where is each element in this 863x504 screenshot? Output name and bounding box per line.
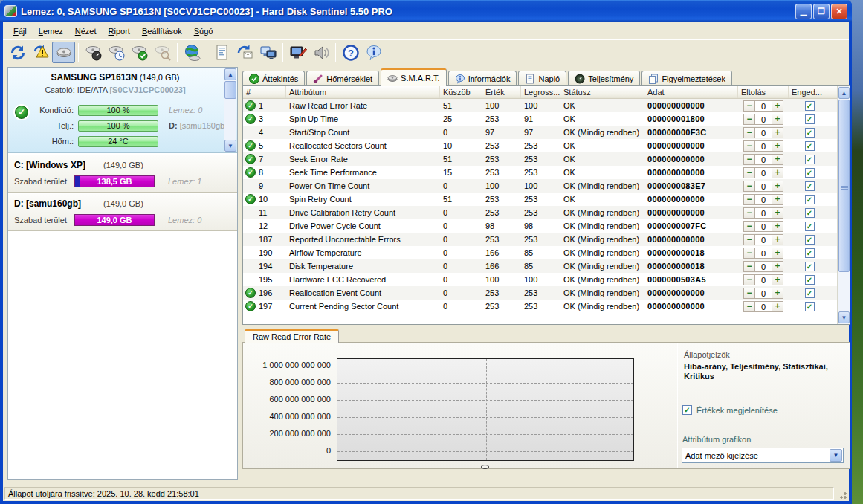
partition-d-panel[interactable]: D: [samu160gb] (149,0 GB) Szabad terület…	[8, 194, 237, 231]
offset-plus-button[interactable]: +	[772, 221, 783, 232]
table-row[interactable]: ✓7 Seek Error Rate 51 253 253 OK 0000000…	[243, 152, 837, 166]
col-value[interactable]: Érték	[482, 86, 521, 98]
enabled-checkbox[interactable]: ✓	[805, 155, 815, 164]
offset-plus-button[interactable]: +	[772, 261, 783, 272]
offset-plus-button[interactable]: +	[772, 274, 783, 285]
menu-disk[interactable]: Lemez	[33, 25, 69, 38]
show-values-checkbox[interactable]: ✓	[682, 405, 692, 415]
col-status[interactable]: Státusz	[560, 86, 644, 98]
disk-clock-icon[interactable]	[105, 42, 128, 63]
close-button[interactable]: ✕	[831, 4, 847, 19]
offset-plus-button[interactable]: +	[772, 234, 783, 245]
scroll-down-icon[interactable]: ▼	[838, 311, 850, 323]
disk-search-icon[interactable]	[151, 42, 174, 63]
enabled-checkbox[interactable]: ✓	[805, 248, 815, 258]
enabled-checkbox[interactable]: ✓	[805, 128, 815, 138]
send-report-icon[interactable]	[233, 42, 256, 63]
chart-tab[interactable]: Raw Read Error Rate	[245, 329, 339, 343]
col-worst[interactable]: Legross...	[521, 86, 560, 98]
disk-gauge-icon[interactable]	[82, 42, 105, 63]
menu-file[interactable]: Fájl	[7, 25, 33, 38]
offset-minus-button[interactable]: −	[743, 207, 755, 219]
table-row[interactable]: ✓5 Reallocated Sectors Count 10 253 253 …	[243, 139, 837, 152]
menu-settings[interactable]: Beállítások	[136, 25, 188, 38]
menu-report[interactable]: Riport	[103, 25, 136, 38]
scroll-thumb[interactable]	[838, 100, 850, 272]
enabled-checkbox[interactable]: ✓	[805, 181, 815, 191]
table-row[interactable]: ✓8 Seek Time Performance 15 253 253 OK 0…	[243, 166, 837, 179]
offset-minus-button[interactable]: −	[743, 248, 755, 259]
enabled-checkbox[interactable]: ✓	[805, 288, 815, 298]
scroll-up-icon[interactable]: ▲	[224, 68, 236, 80]
enabled-checkbox[interactable]: ✓	[805, 208, 815, 218]
col-data[interactable]: Adat	[644, 86, 738, 98]
enabled-checkbox[interactable]: ✓	[805, 168, 815, 178]
offset-plus-button[interactable]: +	[772, 194, 783, 205]
offset-minus-button[interactable]: −	[743, 274, 755, 285]
offset-minus-button[interactable]: −	[743, 140, 755, 152]
offset-plus-button[interactable]: +	[772, 140, 783, 152]
resize-grip[interactable]	[837, 489, 847, 500]
scroll-down-icon[interactable]: ▼	[224, 140, 236, 152]
table-row[interactable]: ✓195 Hardware ECC Recovered 0 100 100 OK…	[243, 273, 837, 286]
offset-minus-button[interactable]: −	[743, 114, 755, 125]
offset-plus-button[interactable]: +	[772, 154, 783, 165]
offset-plus-button[interactable]: +	[772, 114, 783, 125]
table-row[interactable]: ✓187 Reported Uncorrectable Errors 0 253…	[243, 233, 837, 246]
enabled-checkbox[interactable]: ✓	[805, 262, 815, 271]
offset-minus-button[interactable]: −	[743, 261, 755, 272]
graph-mode-select[interactable]: Adat mező kijelzése ▼	[682, 448, 844, 463]
offset-plus-button[interactable]: +	[772, 288, 783, 299]
enabled-checkbox[interactable]: ✓	[805, 302, 815, 311]
partition-c-panel[interactable]: C: [Windows XP] (149,0 GB) Szabad terüle…	[8, 155, 237, 193]
table-row[interactable]: ✓194 Disk Temperature 0 166 85 OK (Mindi…	[243, 259, 837, 273]
menu-view[interactable]: Nézet	[69, 25, 103, 38]
offset-minus-button[interactable]: −	[743, 234, 755, 245]
table-row[interactable]: ✓11 Drive Calibration Retry Count 0 253 …	[243, 206, 837, 219]
offset-minus-button[interactable]: −	[743, 127, 755, 138]
title-bar[interactable]: Lemez: 0, SAMSUNG SP1613N [S0CVJ1CPC0002…	[0, 0, 852, 22]
tab-warnings[interactable]: Figyelmeztetések	[641, 71, 732, 86]
offset-minus-button[interactable]: −	[743, 301, 755, 312]
table-row[interactable]: ✓1 Raw Read Error Rate 51 100 100 OK 000…	[243, 99, 837, 112]
offset-plus-button[interactable]: +	[772, 248, 783, 259]
enabled-checkbox[interactable]: ✓	[805, 114, 815, 124]
menu-help[interactable]: Súgó	[188, 25, 219, 38]
tab-smart[interactable]: S.M.A.R.T.	[381, 68, 447, 86]
offset-minus-button[interactable]: −	[743, 167, 755, 178]
enabled-checkbox[interactable]: ✓	[805, 222, 815, 231]
offset-minus-button[interactable]: −	[743, 154, 755, 165]
refresh-icon[interactable]	[6, 42, 29, 63]
col-attribute[interactable]: Attribútum	[286, 86, 440, 98]
enabled-checkbox[interactable]: ✓	[805, 141, 815, 151]
surface-alert-icon[interactable]	[29, 42, 52, 63]
tab-temperature[interactable]: Hőmérséklet	[306, 71, 379, 86]
report-icon[interactable]	[210, 42, 233, 63]
enabled-checkbox[interactable]: ✓	[805, 235, 815, 245]
scroll-up-icon[interactable]: ▲	[838, 87, 850, 99]
tab-overview[interactable]: Áttekintés	[242, 71, 305, 86]
enabled-checkbox[interactable]: ✓	[805, 195, 815, 204]
chart-slider-handle[interactable]	[481, 465, 489, 469]
speaker-icon[interactable]	[309, 42, 332, 63]
maximize-button[interactable]: ❐	[813, 4, 830, 19]
enabled-checkbox[interactable]: ✓	[805, 101, 815, 111]
table-row[interactable]: ✓196 Reallocation Event Count 0 253 253 …	[243, 286, 837, 300]
table-row[interactable]: ✓12 Drive Power Cycle Count 0 98 98 OK (…	[243, 219, 837, 233]
offset-minus-button[interactable]: −	[743, 181, 755, 192]
info-icon[interactable]	[362, 42, 385, 63]
offset-minus-button[interactable]: −	[743, 288, 755, 299]
table-scrollbar[interactable]: ▲ ▼	[837, 86, 850, 324]
col-num[interactable]: #	[243, 86, 286, 98]
table-row[interactable]: ✓3 Spin Up Time 25 253 91 OK 00000000180…	[243, 112, 837, 126]
tab-information[interactable]: Információk	[448, 71, 517, 86]
help-icon[interactable]: ?	[339, 42, 362, 63]
disk-summary-panel[interactable]: SAMSUNG SP1613N (149,0 GB) Csatoló: IDE/…	[8, 68, 237, 153]
network-computer-icon[interactable]	[256, 42, 279, 63]
offset-plus-button[interactable]: +	[772, 181, 783, 192]
online-globe-icon[interactable]	[181, 42, 204, 63]
col-offset[interactable]: Eltolás	[738, 86, 789, 98]
offset-minus-button[interactable]: −	[743, 194, 755, 205]
offset-plus-button[interactable]: +	[772, 167, 783, 178]
offset-minus-button[interactable]: −	[743, 100, 755, 112]
